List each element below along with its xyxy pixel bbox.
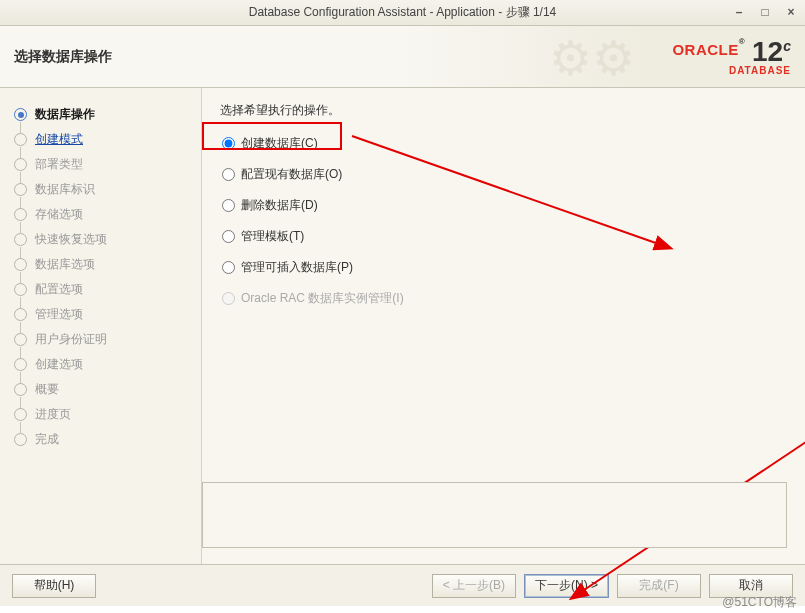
- sidebar-step-1[interactable]: 创建模式: [0, 127, 201, 152]
- step-bullet-icon: [14, 133, 27, 146]
- step-label: 进度页: [35, 406, 71, 423]
- next-button[interactable]: 下一步(N) >: [524, 574, 609, 598]
- sidebar-step-8: 管理选项: [0, 302, 201, 327]
- finish-button: 完成(F): [617, 574, 701, 598]
- gear-decoration-icon: ⚙⚙: [549, 30, 635, 86]
- option-radio-5: [222, 292, 235, 305]
- sidebar-step-13: 完成: [0, 427, 201, 452]
- option-radio-0[interactable]: [222, 137, 235, 150]
- option-label: 管理可插入数据库(P): [241, 259, 353, 276]
- step-label: 创建选项: [35, 356, 83, 373]
- step-label: 数据库选项: [35, 256, 95, 273]
- option-row-3[interactable]: 管理模板(T): [222, 228, 787, 245]
- option-radio-1[interactable]: [222, 168, 235, 181]
- sidebar-step-3: 数据库标识: [0, 177, 201, 202]
- step-label: 完成: [35, 431, 59, 448]
- version-suffix: c: [783, 37, 791, 53]
- window-title: Database Configuration Assistant - Appli…: [249, 4, 557, 21]
- step-bullet-icon: [14, 383, 27, 396]
- step-bullet-icon: [14, 408, 27, 421]
- content-area: 数据库操作创建模式部署类型数据库标识存储选项快速恢复选项数据库选项配置选项管理选…: [0, 88, 805, 564]
- option-label: 配置现有数据库(O): [241, 166, 342, 183]
- sidebar-step-7: 配置选项: [0, 277, 201, 302]
- oracle-logo: ORACLE® 12c DATABASE: [672, 38, 791, 76]
- window-controls: – □ ×: [731, 4, 799, 20]
- version-major: 12: [752, 36, 783, 67]
- step-bullet-icon: [14, 333, 27, 346]
- footer: 帮助(H) < 上一步(B) 下一步(N) > 完成(F) 取消: [0, 564, 805, 606]
- minimize-icon[interactable]: –: [731, 4, 747, 20]
- option-radio-2[interactable]: [222, 199, 235, 212]
- step-label: 管理选项: [35, 306, 83, 323]
- option-label: Oracle RAC 数据库实例管理(I): [241, 290, 404, 307]
- step-label: 概要: [35, 381, 59, 398]
- sidebar-step-0[interactable]: 数据库操作: [0, 102, 201, 127]
- sidebar-step-6: 数据库选项: [0, 252, 201, 277]
- main-panel: 选择希望执行的操作。 创建数据库(C)配置现有数据库(O)删除数据库(D)管理模…: [202, 88, 805, 564]
- sidebar-step-5: 快速恢复选项: [0, 227, 201, 252]
- options-group: 创建数据库(C)配置现有数据库(O)删除数据库(D)管理模板(T)管理可插入数据…: [222, 135, 787, 307]
- step-bullet-icon: [14, 308, 27, 321]
- sidebar-step-9: 用户身份证明: [0, 327, 201, 352]
- step-label: 用户身份证明: [35, 331, 107, 348]
- back-button: < 上一步(B): [432, 574, 516, 598]
- step-bullet-icon: [14, 433, 27, 446]
- product-line: DATABASE: [672, 66, 791, 76]
- step-label: 快速恢复选项: [35, 231, 107, 248]
- option-radio-3[interactable]: [222, 230, 235, 243]
- option-row-0[interactable]: 创建数据库(C): [222, 135, 787, 152]
- titlebar: Database Configuration Assistant - Appli…: [0, 0, 805, 26]
- option-label: 创建数据库(C): [241, 135, 318, 152]
- sidebar-step-10: 创建选项: [0, 352, 201, 377]
- header: 选择数据库操作 ⚙⚙ ORACLE® 12c DATABASE: [0, 26, 805, 88]
- option-row-1[interactable]: 配置现有数据库(O): [222, 166, 787, 183]
- option-row-4[interactable]: 管理可插入数据库(P): [222, 259, 787, 276]
- watermark: @51CTO博客: [722, 594, 797, 611]
- step-label: 数据库标识: [35, 181, 95, 198]
- option-label: 删除数据库(D): [241, 197, 318, 214]
- step-bullet-icon: [14, 283, 27, 296]
- step-bullet-icon: [14, 183, 27, 196]
- step-bullet-icon: [14, 233, 27, 246]
- step-label: 部署类型: [35, 156, 83, 173]
- page-title: 选择数据库操作: [14, 48, 112, 66]
- sidebar-step-4: 存储选项: [0, 202, 201, 227]
- step-label: 配置选项: [35, 281, 83, 298]
- step-bullet-icon: [14, 208, 27, 221]
- option-label: 管理模板(T): [241, 228, 304, 245]
- step-bullet-icon: [14, 358, 27, 371]
- brand-text: ORACLE: [672, 41, 738, 58]
- help-button[interactable]: 帮助(H): [12, 574, 96, 598]
- maximize-icon[interactable]: □: [757, 4, 773, 20]
- close-icon[interactable]: ×: [783, 4, 799, 20]
- instruction-text: 选择希望执行的操作。: [220, 102, 787, 119]
- step-label: 创建模式: [35, 131, 83, 148]
- sidebar: 数据库操作创建模式部署类型数据库标识存储选项快速恢复选项数据库选项配置选项管理选…: [0, 88, 202, 564]
- sidebar-step-11: 概要: [0, 377, 201, 402]
- sidebar-step-2: 部署类型: [0, 152, 201, 177]
- step-bullet-icon: [14, 108, 27, 121]
- option-row-2[interactable]: 删除数据库(D): [222, 197, 787, 214]
- step-label: 数据库操作: [35, 106, 95, 123]
- option-radio-4[interactable]: [222, 261, 235, 274]
- sidebar-step-12: 进度页: [0, 402, 201, 427]
- step-bullet-icon: [14, 258, 27, 271]
- option-row-5: Oracle RAC 数据库实例管理(I): [222, 290, 787, 307]
- message-box: [202, 482, 787, 548]
- step-label: 存储选项: [35, 206, 83, 223]
- step-bullet-icon: [14, 158, 27, 171]
